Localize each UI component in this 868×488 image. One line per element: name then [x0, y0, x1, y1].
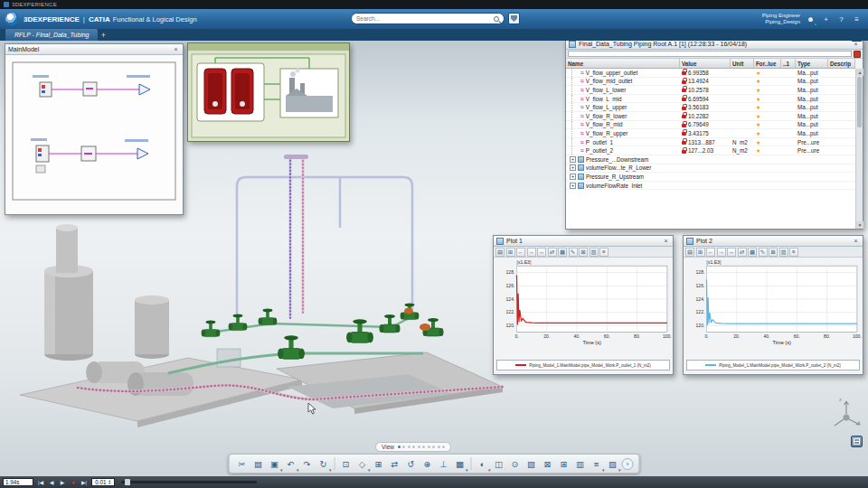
- zoom-icon[interactable]: ⊕: [420, 456, 435, 471]
- view-dot[interactable]: [422, 446, 425, 448]
- menu-icon[interactable]: ≡: [851, 14, 863, 25]
- fit-icon[interactable]: ↔: [537, 248, 546, 257]
- zoom-area-icon[interactable]: ⊡: [339, 456, 354, 471]
- user-info[interactable]: Piping Engineer Piping_Design: [762, 13, 800, 25]
- table-row[interactable]: ≈P_outlet_11313...887N_m2★Pre...ure: [566, 138, 855, 147]
- close-icon[interactable]: ×: [172, 45, 180, 53]
- table-row[interactable]: ≈V_flow_upper_outlet6.99358★Ma...put: [566, 69, 855, 78]
- tag-icon[interactable]: [508, 13, 520, 24]
- tab-rflp-final-data-tubing[interactable]: RFLP - Final_Data_Tubing: [5, 29, 98, 41]
- snap-icon[interactable]: ▥: [573, 456, 588, 471]
- more-icon[interactable]: ›: [622, 458, 634, 470]
- scroll-down-icon[interactable]: ▼: [856, 221, 863, 229]
- search-input[interactable]: [356, 15, 494, 22]
- layout-icon[interactable]: ▤: [685, 248, 694, 257]
- options-icon[interactable]: ≡: [599, 248, 609, 257]
- pan-icon[interactable]: ⇄: [388, 456, 402, 471]
- table-row[interactable]: ≈V_flow_mid_outlet13.4924★Ma...put: [566, 78, 855, 87]
- expander-icon[interactable]: +: [570, 183, 576, 189]
- column-header[interactable]: Unit: [731, 59, 754, 68]
- close-icon[interactable]: ×: [852, 237, 860, 245]
- main-model-titlebar[interactable]: MainModel ×: [5, 44, 183, 55]
- column-header[interactable]: Descrip: [828, 59, 855, 68]
- zoom-prev-icon[interactable]: ←: [516, 248, 525, 257]
- speed-stepper[interactable]: 0.01 ▲▼: [91, 478, 115, 486]
- erase-icon[interactable]: ⊠: [769, 248, 778, 257]
- view-dot[interactable]: [432, 446, 435, 448]
- plot-canvas[interactable]: 0.20.40.60.80.100.120.122.124.126.128.[x…: [495, 258, 672, 346]
- speed-down-icon[interactable]: ▼: [108, 483, 110, 485]
- erase-icon[interactable]: ⊠: [579, 248, 588, 257]
- edit-icon[interactable]: ✎: [569, 248, 578, 257]
- rotate-icon[interactable]: ↺: [404, 456, 419, 471]
- zoom-next-icon[interactable]: →: [717, 248, 726, 257]
- table-scrollbar[interactable]: ▲ ▼: [855, 69, 863, 229]
- render-style-icon[interactable]: ◐▾: [476, 456, 490, 471]
- capture-icon[interactable]: ⊠: [541, 456, 555, 471]
- view-dot[interactable]: [428, 446, 430, 448]
- step-back-button[interactable]: ◀: [47, 478, 56, 487]
- legend-icon[interactable]: ▦: [748, 248, 757, 257]
- close-icon[interactable]: ×: [662, 237, 670, 245]
- table-row[interactable]: ≈V_flow_R_mid6.79649★Ma...put: [566, 121, 855, 130]
- screen-icon[interactable]: ▧: [524, 456, 539, 471]
- grid-icon[interactable]: ⊞: [557, 456, 571, 471]
- user-icon[interactable]: ☻: [805, 14, 816, 25]
- filter-input[interactable]: [568, 51, 852, 57]
- table-group-row[interactable]: +volumeFlow...te_R_Lower: [566, 164, 855, 174]
- zoom-next-icon[interactable]: →: [527, 248, 536, 257]
- edit-icon[interactable]: ✎: [759, 248, 768, 257]
- layers-icon[interactable]: ≡▾: [590, 456, 604, 471]
- table-group-row[interactable]: +Pressure_R_Upstream: [566, 173, 855, 182]
- view-dot[interactable]: [402, 446, 405, 448]
- table-row[interactable]: ≈V_flow_R_lower10.2282★Ma...put: [566, 112, 855, 121]
- table-row[interactable]: ≈V_flow_L_lower10.2578★Ma...put: [566, 86, 855, 95]
- fit-icon[interactable]: ↔: [727, 248, 736, 257]
- view-dot[interactable]: [418, 446, 420, 448]
- viewport-options-icon[interactable]: [851, 436, 863, 447]
- view-dot[interactable]: [438, 446, 440, 448]
- paste-icon[interactable]: ▣▾: [268, 456, 282, 471]
- play-button[interactable]: ▶: [58, 478, 67, 487]
- scroll-thumb[interactable]: [857, 77, 862, 127]
- grid-icon[interactable]: ⊞: [696, 248, 705, 257]
- timeline-thumb[interactable]: [125, 479, 130, 485]
- search-icon[interactable]: [494, 16, 499, 22]
- column-header[interactable]: Name: [566, 59, 680, 68]
- behavior-diagram[interactable]: [188, 43, 349, 141]
- redo-icon[interactable]: ↷: [300, 456, 315, 471]
- column-header[interactable]: For..lue: [754, 59, 781, 68]
- table-row[interactable]: ≈P_outlet_2127...2.03N_m2★Pre...ure: [566, 146, 855, 155]
- view-dot[interactable]: [408, 446, 410, 448]
- table-group-row[interactable]: +Pressure_...Downstream: [566, 155, 855, 164]
- go-end-button[interactable]: ▶|: [80, 478, 89, 487]
- view-dot[interactable]: [442, 446, 445, 448]
- table-group-row[interactable]: +volumeFlowRate_Inlet: [566, 182, 855, 191]
- record-dot[interactable]: ●: [69, 478, 78, 487]
- timeline-slider[interactable]: [121, 481, 257, 483]
- views-icon[interactable]: ▦▾: [453, 456, 467, 471]
- layout-icon[interactable]: ▤: [495, 248, 505, 257]
- copy-icon[interactable]: ▤: [251, 456, 266, 471]
- view-cube-icon[interactable]: ◇▾: [355, 456, 370, 471]
- expander-icon[interactable]: +: [570, 164, 576, 171]
- copy-icon[interactable]: ▥: [590, 248, 599, 257]
- view-switcher[interactable]: View: [375, 442, 451, 452]
- zoom-prev-icon[interactable]: ←: [706, 248, 715, 257]
- go-start-button[interactable]: |◀: [36, 478, 45, 487]
- expander-icon[interactable]: +: [570, 174, 576, 180]
- plot2-titlebar[interactable]: Plot 2 ×: [684, 236, 863, 247]
- legend-icon[interactable]: ▦: [558, 248, 567, 257]
- view-dot[interactable]: [398, 446, 401, 448]
- normal-to-icon[interactable]: ⊥: [437, 456, 451, 471]
- cut-icon[interactable]: ✂: [235, 456, 250, 471]
- hide-show-icon[interactable]: ⊙: [508, 456, 523, 471]
- section-icon[interactable]: ◫: [492, 456, 506, 471]
- column-header[interactable]: Value: [680, 59, 731, 68]
- plot1-titlebar[interactable]: Plot 1 ×: [494, 236, 673, 247]
- stop-icon[interactable]: [854, 51, 861, 58]
- pan-icon[interactable]: ⇄: [548, 248, 557, 257]
- table-row[interactable]: ≈V_flow_R_upper3.43175★Ma...put: [566, 129, 855, 138]
- view-dot[interactable]: [412, 446, 415, 448]
- undo-icon[interactable]: ↶▾: [284, 456, 298, 471]
